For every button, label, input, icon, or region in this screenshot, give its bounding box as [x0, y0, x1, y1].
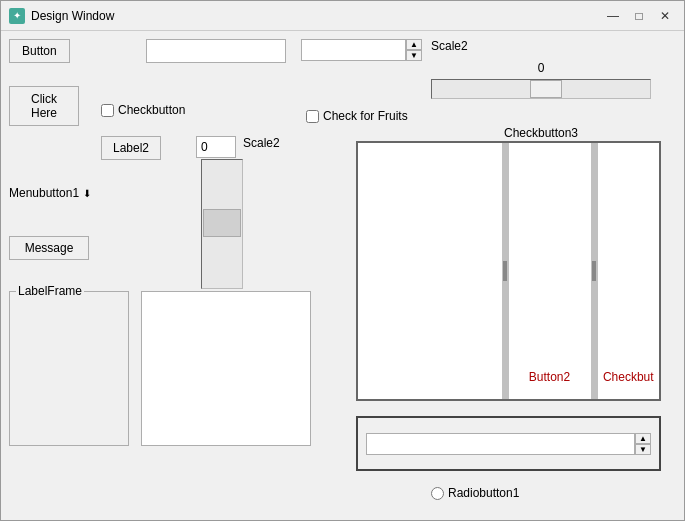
scale2-spinbox-down[interactable]: ▼	[406, 50, 422, 61]
scale2-value-container: 0	[431, 61, 651, 75]
check-fruits-container: Check for Fruits	[306, 109, 408, 123]
spinbox2-input[interactable]	[366, 433, 635, 455]
checkbutton3-label: Checkbutton3	[431, 126, 651, 140]
label2: Label2	[101, 136, 161, 160]
entry1[interactable]	[146, 39, 286, 63]
title-bar-left: ✦ Design Window	[9, 8, 114, 24]
menubutton1-container: Menubutton1 ⬇	[9, 186, 91, 200]
checkbutton1-label-row: Checkbutton	[101, 103, 185, 117]
vscale-entry[interactable]	[196, 136, 236, 158]
pane-sash1[interactable]	[502, 143, 509, 399]
button2-label: Button2	[529, 370, 570, 384]
vscale-track-container	[201, 159, 243, 289]
check-fruits-checkbox[interactable]	[306, 110, 319, 123]
sash1-grip	[503, 261, 507, 281]
minimize-button[interactable]: —	[602, 5, 624, 27]
button1[interactable]: Button	[9, 39, 70, 63]
check-fruits-label: Check for Fruits	[323, 109, 408, 123]
checkbutton1-label: Checkbutton	[118, 103, 185, 117]
text-widget-container	[141, 291, 311, 446]
labelframe-container: LabelFrame	[9, 291, 129, 446]
radiobutton1[interactable]	[431, 487, 444, 500]
vscale-track[interactable]	[201, 159, 243, 289]
sash2-grip	[592, 261, 596, 281]
vscale-thumb[interactable]	[203, 209, 241, 237]
spinbox2: ▲ ▼	[366, 433, 651, 455]
spinbox2-up[interactable]: ▲	[635, 433, 651, 444]
radiobutton1-row: Radiobutton1	[431, 486, 519, 500]
scale2-hslider-thumb[interactable]	[530, 80, 562, 98]
paned-window: Button2 Checkbut	[356, 141, 661, 401]
checkbutton3-label-container: Checkbutton3	[431, 126, 651, 140]
pane2: Button2	[509, 143, 591, 399]
checkbutton1[interactable]	[101, 104, 114, 117]
labelframe: LabelFrame	[9, 291, 129, 446]
vscale-label-container: Scale2	[243, 136, 280, 150]
title-bar: ✦ Design Window — □ ✕	[1, 1, 684, 31]
menubutton1-arrow: ⬇	[83, 188, 91, 199]
check-fruits-row: Check for Fruits	[306, 109, 408, 123]
checkbutton-pane-label: Checkbut	[603, 370, 654, 384]
maximize-button[interactable]: □	[628, 5, 650, 27]
labelframe-title: LabelFrame	[16, 284, 84, 298]
scale2-spinbox-input[interactable]	[301, 39, 406, 61]
menubutton1[interactable]: Menubutton1 ⬇	[9, 186, 91, 200]
title-controls: — □ ✕	[602, 5, 676, 27]
content-area: Button ▲ ▼ Scale2 0	[1, 31, 684, 520]
design-window: ✦ Design Window — □ ✕ Button ▲ ▼	[0, 0, 685, 521]
message-button[interactable]: Message	[9, 236, 89, 260]
vscale-entry-container	[196, 136, 236, 158]
menubutton1-label: Menubutton1	[9, 186, 79, 200]
entry1-container	[146, 39, 286, 63]
scale2-hslider[interactable]	[431, 79, 651, 99]
spinbox2-buttons: ▲ ▼	[635, 433, 651, 455]
window-icon: ✦	[9, 8, 25, 24]
checkbutton1-container: Checkbutton	[101, 103, 185, 117]
pane3: Checkbut	[598, 143, 660, 399]
scale2-spinbox-up[interactable]: ▲	[406, 39, 422, 50]
scale2-top-value: 0	[431, 61, 651, 75]
message-container: Message	[9, 236, 89, 260]
label2-container: Label2	[101, 136, 161, 160]
click-here-button[interactable]: Click Here	[9, 86, 79, 126]
pane-sash2[interactable]	[591, 143, 598, 399]
window-icon-text: ✦	[13, 10, 21, 21]
scale2-top-label: Scale2	[431, 39, 468, 53]
scale2-top-spinbox-container: ▲ ▼	[301, 39, 422, 61]
pane1	[358, 143, 502, 399]
click-here-container: Click Here	[9, 86, 79, 126]
scale2-label-container: Scale2	[431, 39, 468, 53]
scale2-slider-container	[431, 79, 651, 99]
scale2-spinbox-buttons: ▲ ▼	[406, 39, 422, 61]
window-title: Design Window	[31, 9, 114, 23]
spinbox2-container: ▲ ▼	[356, 416, 661, 471]
text-widget[interactable]	[141, 291, 311, 446]
close-button[interactable]: ✕	[654, 5, 676, 27]
scale2-top-spinbox: ▲ ▼	[301, 39, 422, 61]
radiobutton1-label: Radiobutton1	[448, 486, 519, 500]
button1-container: Button	[9, 39, 70, 63]
vscale-label: Scale2	[243, 136, 280, 150]
spinbox2-down[interactable]: ▼	[635, 444, 651, 455]
radiobutton1-container: Radiobutton1	[431, 486, 519, 500]
